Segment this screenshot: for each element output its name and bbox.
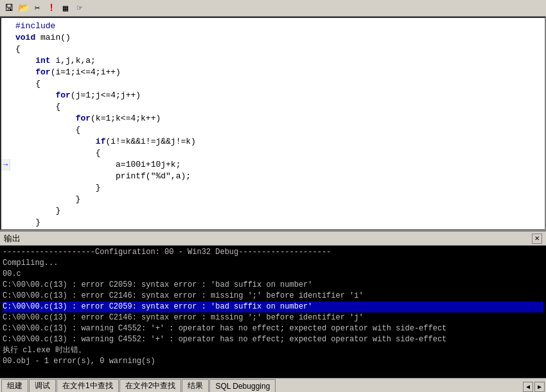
code-line: } — [1, 182, 545, 194]
output-line: C:\00\00.c(13) : error C2146: syntax err… — [3, 312, 543, 323]
output-line: 00.obj - 1 error(s), 0 warning(s) — [3, 356, 543, 367]
tab-4[interactable]: 结果 — [182, 379, 209, 392]
line-content: void main() — [10, 32, 545, 44]
tab-0[interactable]: 组建 — [1, 379, 28, 392]
toolbar-build-icon[interactable]: ▦ — [59, 2, 72, 15]
line-gutter: → — [1, 159, 10, 171]
output-close-button[interactable]: ✕ — [532, 234, 542, 244]
editor-pane: #includevoid main(){ int i,j,k,a; for(i=… — [0, 17, 546, 230]
tab-5[interactable]: SQL Debugging — [209, 379, 276, 392]
code-line: void main() — [1, 32, 545, 44]
toolbar-error-icon[interactable]: ! — [45, 2, 58, 15]
tab-1[interactable]: 调试 — [29, 379, 56, 392]
output-line: C:\00\00.c(13) : warning C4552: '+' : op… — [3, 323, 543, 334]
code-line: { — [1, 44, 545, 55]
code-line: #include — [1, 21, 545, 32]
toolbar-save-icon[interactable]: 🖫 — [3, 2, 15, 15]
code-line: { — [1, 148, 545, 159]
line-content: } — [10, 194, 545, 205]
toolbar-run-icon[interactable]: ☞ — [73, 2, 86, 15]
arrow-indicator-icon: → — [3, 159, 8, 171]
code-line: for(i=1;i<=4;i++) — [1, 67, 545, 78]
line-content: } — [10, 182, 545, 194]
line-content: { — [10, 44, 545, 55]
output-line: 00.c — [3, 269, 543, 280]
code-line: for(j=1;j<=4;j++) — [1, 90, 545, 101]
output-line: C:\00\00.c(13) : error C2059: syntax err… — [3, 280, 543, 291]
output-title-label: 输出 — [4, 233, 21, 244]
output-line: Compiling... — [3, 258, 543, 269]
line-content: for(k=1;k<=4;k++) — [10, 113, 545, 124]
output-line: C:\00\00.c(13) : warning C4552: '+' : op… — [3, 334, 543, 345]
code-line: if(i!=k&&i!=j&&j!=k) — [1, 136, 545, 148]
line-content: #include — [10, 21, 545, 32]
toolbar-cut-icon[interactable]: ✂ — [31, 2, 44, 15]
tab-3[interactable]: 在文件2中查找 — [119, 379, 182, 392]
toolbar: 🖫 📂 ✂ ! ▦ ☞ — [0, 0, 546, 17]
line-content: { — [10, 124, 545, 136]
line-content: { — [10, 78, 545, 90]
line-content: a=100i+10j+k; — [10, 159, 545, 171]
code-line: → a=100i+10j+k; — [1, 159, 545, 171]
code-line: { — [1, 78, 545, 90]
code-line: } — [1, 228, 545, 230]
code-line: } — [1, 205, 545, 217]
line-content: } — [10, 217, 545, 228]
line-content: } — [10, 228, 545, 230]
line-content: if(i!=k&&i!=j&&j!=k) — [10, 136, 545, 148]
bottom-tabs: 组建调试在文件1中查找在文件2中查找结果SQL Debugging ◀ ▶ — [0, 378, 546, 392]
line-content: int i,j,k,a; — [10, 55, 545, 67]
output-line: 执行 cl.exe 时出错。 — [3, 345, 543, 356]
tab-2[interactable]: 在文件1中查找 — [57, 379, 119, 392]
output-titlebar: 输出 ✕ — [0, 232, 546, 246]
code-line: { — [1, 124, 545, 136]
code-line: } — [1, 194, 545, 205]
code-line: printf("%d",a); — [1, 171, 545, 182]
output-line: --------------------Configuration: 00 - … — [3, 247, 543, 258]
line-content: { — [10, 148, 545, 159]
bottom-nav: ◀ ▶ — [523, 382, 545, 392]
output-panel: 输出 ✕ --------------------Configuration: … — [0, 230, 546, 378]
line-content: } — [10, 205, 545, 217]
code-line: { — [1, 101, 545, 113]
output-line[interactable]: C:\00\00.c(13) : error C2059: syntax err… — [3, 302, 543, 312]
output-content[interactable]: --------------------Configuration: 00 - … — [0, 246, 546, 378]
line-content: { — [10, 101, 545, 113]
toolbar-open-icon[interactable]: 📂 — [17, 2, 30, 15]
nav-left-arrow[interactable]: ◀ — [523, 382, 533, 392]
output-line: C:\00\00.c(13) : error C2146: syntax err… — [3, 291, 543, 302]
line-content: for(i=1;i<=4;i++) — [10, 67, 545, 78]
nav-right-arrow[interactable]: ▶ — [534, 382, 545, 392]
code-line: } — [1, 217, 545, 228]
code-line: for(k=1;k<=4;k++) — [1, 113, 545, 124]
code-line: int i,j,k,a; — [1, 55, 545, 67]
line-content: for(j=1;j<=4;j++) — [10, 90, 545, 101]
line-content: printf("%d",a); — [10, 171, 545, 182]
code-area: #includevoid main(){ int i,j,k,a; for(i=… — [1, 18, 545, 230]
